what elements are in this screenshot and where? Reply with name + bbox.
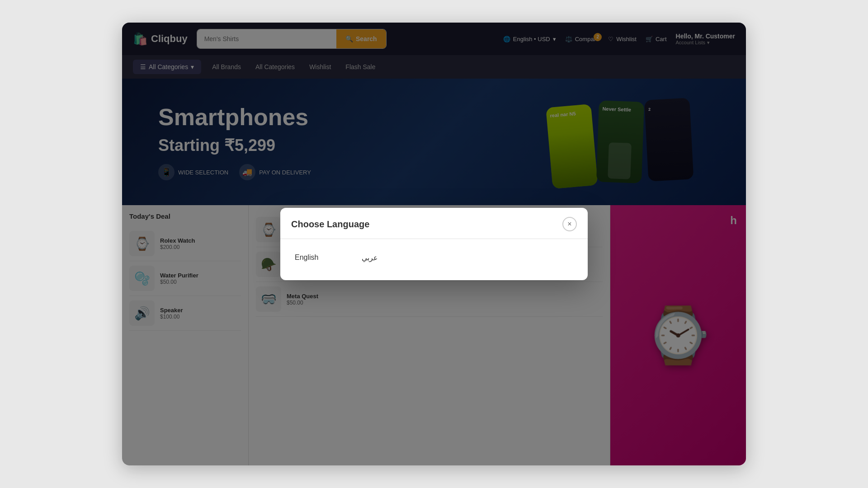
modal-header: Choose Language × (280, 208, 588, 239)
modal-title: Choose Language (291, 219, 369, 230)
modal-body: English عربي (280, 239, 588, 280)
language-option-arabic[interactable]: عربي (358, 252, 382, 264)
language-option-english[interactable]: English (291, 252, 322, 264)
modal-overlay[interactable]: Choose Language × English عربي (122, 23, 746, 465)
modal-close-button[interactable]: × (562, 217, 577, 231)
language-modal: Choose Language × English عربي (280, 208, 588, 280)
